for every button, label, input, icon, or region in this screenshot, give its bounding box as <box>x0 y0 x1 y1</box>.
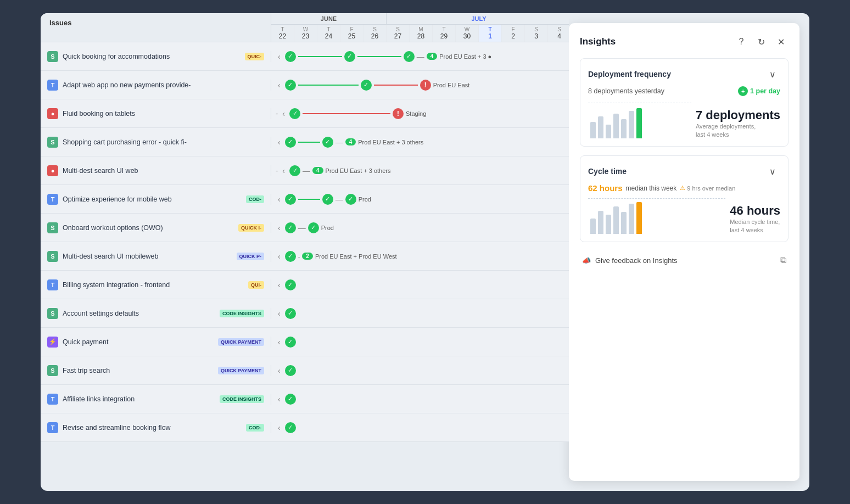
bar-current <box>636 108 642 138</box>
story-icon: S <box>47 308 58 319</box>
chevron-left-button[interactable]: ‹ <box>276 279 283 290</box>
issue-title: Shopping cart purchasing error - quick f… <box>63 138 264 146</box>
deployment-rate-text: 1 per day <box>750 87 780 95</box>
check-circle: ✓ <box>285 308 296 319</box>
env-label: Prod EU East + 3 others <box>326 167 391 174</box>
table-row[interactable]: S Fast trip search QUICK PAYMENT ‹ ✓ <box>41 356 569 385</box>
cycle-median-text: median this week <box>626 184 677 192</box>
day-letter-today: T <box>479 26 501 32</box>
issue-info: ● Multi-dest search UI web <box>41 165 271 176</box>
gantt-content: ‹ ✓ <box>276 308 296 319</box>
code-badge: COD- <box>246 424 264 432</box>
chevron-left-button[interactable]: ‹ <box>276 422 283 433</box>
issues-body: S Quick booking for accommodations QUIC-… <box>41 42 569 488</box>
gantt-dash: — <box>335 195 343 204</box>
bar-current <box>636 202 642 234</box>
feedback-text: 📣 Give feedback on Insights <box>582 256 678 265</box>
table-row[interactable]: ● Fluid booking on tablets - ‹ ✓ ! Stagi… <box>41 99 569 128</box>
story-icon: S <box>47 137 58 148</box>
day-W23: W23 <box>294 25 317 42</box>
deploy-badge: 4 <box>427 53 438 60</box>
table-row[interactable]: T Optimize experience for mobile web COD… <box>41 185 569 214</box>
table-row[interactable]: T Affiliate links integration CODE INSIG… <box>41 385 569 413</box>
quick-badge: QUIC- <box>245 53 265 60</box>
days-row: T22 W23 T24 F25 S26 S27 M28 T29 W30 T1 F… <box>271 25 569 42</box>
insights-panel: Insights ? ↻ ✕ Deployment frequency ∨ 8 … <box>569 23 799 481</box>
chevron-left-button[interactable]: ‹ <box>276 80 283 91</box>
day-letter: M <box>410 26 432 32</box>
dashed-line <box>588 103 691 103</box>
table-row[interactable]: S Shopping cart purchasing error - quick… <box>41 128 569 156</box>
megaphone-icon: 📣 <box>582 256 591 265</box>
cycle-warning: ⚠ 9 hrs over median <box>680 184 735 192</box>
gantt-dash: — <box>417 52 424 61</box>
chevron-left-button[interactable]: ‹ <box>280 165 287 176</box>
day-letter: T <box>317 26 340 32</box>
chevron-left-button[interactable]: ‹ <box>276 394 283 405</box>
chevron-left-button[interactable]: ‹ <box>276 194 283 205</box>
gantt-line-red <box>374 85 418 86</box>
chevron-left-button[interactable]: ‹ <box>276 365 283 376</box>
issue-title: Affiliate links integration <box>63 395 215 403</box>
table-row[interactable]: ⚡ Quick payment QUICK PAYMENT ‹ ✓ <box>41 328 569 356</box>
table-row[interactable]: S Account settings defaults CODE INSIGHT… <box>41 299 569 328</box>
issue-title: Quick booking for accommodations <box>63 53 241 60</box>
deployment-summary-text: 8 deployments yesterday <box>588 87 664 95</box>
issue-info: S Onboard workout options (OWO) QUICK I- <box>41 222 271 233</box>
day-letter: S <box>364 26 386 32</box>
task-icon: T <box>47 194 58 205</box>
chevron-left-button[interactable]: ‹ <box>276 251 283 262</box>
table-row[interactable]: T Revise and streamline booking flow COD… <box>41 413 569 442</box>
check-circle: ✓ <box>285 222 296 233</box>
gantt-dash: — <box>298 223 306 232</box>
error-badge: ! <box>420 80 431 91</box>
gantt-area: ‹ ✓ ✓ ✓ — 4 Prod EU East + 3 ● <box>271 51 569 62</box>
check-circle: ✓ <box>361 80 372 91</box>
issue-title: Account settings defaults <box>63 310 215 317</box>
check-circle: ✓ <box>289 108 300 119</box>
insights-controls: ? ↻ ✕ <box>734 34 789 49</box>
month-july: JULY <box>387 13 569 24</box>
table-row[interactable]: ● Multi-dest search UI web - ‹ ✓ — 4 Pro… <box>41 156 569 185</box>
deployment-collapse-button[interactable]: ∨ <box>765 66 780 82</box>
day-letter: S <box>387 26 409 32</box>
refresh-button[interactable]: ↻ <box>753 34 769 49</box>
check-circle: ✓ <box>285 137 296 148</box>
gantt-content: ‹ ✓ ✓ — ✓ Prod <box>276 194 371 205</box>
check-circle: ✓ <box>285 194 296 205</box>
table-row[interactable]: T Billing system integration - frontend … <box>41 271 569 299</box>
gantt-content: - ‹ ✓ ! Staging <box>276 108 426 119</box>
gantt-area: - ‹ ✓ ! Staging <box>271 108 569 119</box>
cycle-collapse-button[interactable]: ∨ <box>765 164 780 179</box>
chevron-left-button[interactable]: ‹ <box>280 108 287 119</box>
chevron-left-button[interactable]: ‹ <box>276 51 283 62</box>
task-icon: T <box>47 394 58 405</box>
gantt-content: ‹ ✓ <box>276 337 296 348</box>
chevron-left-button[interactable]: ‹ <box>276 308 283 319</box>
dash-sep: - <box>298 253 300 260</box>
chevron-left-button[interactable]: ‹ <box>276 337 283 348</box>
env-label: Staging <box>406 110 426 117</box>
table-row[interactable]: S Quick booking for accommodations QUIC-… <box>41 42 569 71</box>
code-badge: COD- <box>246 195 264 203</box>
bar-3 <box>606 215 611 234</box>
gantt-area: - ‹ ✓ — 4 Prod EU East + 3 others <box>271 165 569 176</box>
deploy-badge: 2 <box>302 253 313 260</box>
gantt-line <box>298 56 342 57</box>
bar-5 <box>621 212 627 234</box>
help-button[interactable]: ? <box>734 34 749 49</box>
external-link-button[interactable]: ⧉ <box>780 255 786 265</box>
task-icon: T <box>47 279 58 290</box>
issue-title: Quick payment <box>63 338 214 346</box>
close-button[interactable]: ✕ <box>773 34 789 49</box>
day-T29: T29 <box>433 25 456 42</box>
table-row[interactable]: S Onboard workout options (OWO) QUICK I-… <box>41 214 569 242</box>
chevron-left-button[interactable]: ‹ <box>276 137 283 148</box>
day-M28: M28 <box>410 25 433 42</box>
day-letter: W <box>294 26 317 32</box>
chevron-left-button[interactable]: ‹ <box>276 222 283 233</box>
issue-title: Multi-dest search UI mobileweb <box>63 253 232 260</box>
table-row[interactable]: S Multi-dest search UI mobileweb QUICK P… <box>41 242 569 271</box>
issue-info: T Affiliate links integration CODE INSIG… <box>41 394 271 405</box>
table-row[interactable]: T Adapt web app no new payments provide-… <box>41 71 569 99</box>
